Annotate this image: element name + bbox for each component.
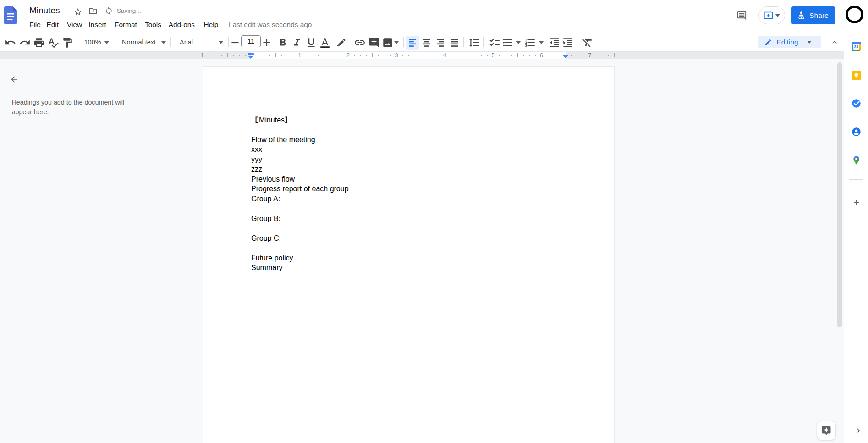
left-indent-marker[interactable] (248, 56, 253, 59)
bold-icon (277, 37, 289, 49)
numbered-list-button[interactable] (523, 36, 537, 50)
comment-history-button[interactable] (735, 9, 748, 22)
share-button[interactable]: Share (791, 6, 835, 24)
document-line[interactable]: Flow of the meeting (251, 135, 349, 145)
explore-button[interactable] (817, 421, 836, 440)
calendar-button[interactable]: 31 (849, 39, 863, 54)
document-title[interactable]: Minutes (29, 4, 60, 17)
zoom-caret[interactable] (104, 41, 109, 44)
font-select[interactable]: Arial (180, 33, 193, 52)
document-line[interactable]: Group A: (251, 194, 349, 204)
align-center-button[interactable] (420, 36, 434, 50)
ruler-tick (517, 53, 518, 57)
underline-button[interactable] (304, 36, 318, 50)
menu-file[interactable]: File (29, 19, 41, 31)
tasks-button[interactable] (849, 96, 863, 111)
insert-link-button[interactable] (353, 36, 367, 50)
menu-edit[interactable]: Edit (46, 19, 59, 31)
document-line[interactable] (251, 243, 349, 253)
bold-button[interactable] (276, 36, 290, 50)
right-indent-marker[interactable] (563, 55, 568, 58)
document-line[interactable]: Group B: (251, 214, 349, 224)
ruler-tick (390, 55, 391, 56)
page[interactable]: MinutesFlow of the meetingxxxyyyzzzPrevi… (203, 66, 615, 443)
undo-button[interactable] (4, 36, 17, 50)
increase-font-size-button[interactable] (260, 36, 274, 50)
text-color-button[interactable] (318, 36, 332, 50)
font-caret[interactable] (219, 41, 223, 44)
bulleted-list-button[interactable] (501, 36, 515, 50)
document-line[interactable]: xxx (251, 144, 349, 155)
document-text[interactable]: MinutesFlow of the meetingxxxyyyzzzPrevi… (251, 115, 349, 273)
spellcheck-button[interactable] (46, 36, 60, 50)
menu-tools[interactable]: Tools (145, 19, 161, 31)
keep-button[interactable] (849, 68, 863, 83)
numbered-list-caret[interactable] (539, 41, 544, 44)
present-button[interactable] (758, 6, 785, 24)
ruler[interactable]: 11234567 (0, 52, 844, 59)
hide-side-panel-button[interactable] (853, 426, 863, 436)
document-line[interactable]: Progress report of each group (251, 184, 349, 194)
ruler-tick (499, 55, 500, 56)
get-addons-button[interactable] (849, 195, 863, 210)
highlight-color-button[interactable] (334, 36, 348, 50)
decrease-font-size-button[interactable] (228, 36, 242, 50)
close-outline-button[interactable] (9, 74, 20, 85)
document-line[interactable]: Previous flow (251, 174, 349, 184)
paragraph-style-caret[interactable] (161, 41, 166, 44)
insert-image-caret[interactable] (394, 41, 399, 44)
svg-text:31: 31 (854, 44, 859, 49)
print-button[interactable] (32, 36, 46, 50)
maps-button[interactable] (849, 153, 863, 167)
first-line-indent-marker[interactable] (248, 53, 254, 55)
vertical-scrollbar[interactable] (837, 62, 842, 327)
increase-indent-button[interactable] (561, 36, 575, 50)
justify-button[interactable] (448, 36, 461, 50)
move-folder-icon[interactable] (87, 5, 99, 17)
align-right-button[interactable] (434, 36, 447, 50)
document-line[interactable]: yyy (251, 155, 349, 165)
ruler-number: 4 (440, 52, 450, 59)
last-edit-link[interactable]: Last edit was seconds ago (229, 19, 312, 31)
add-comment-button[interactable] (367, 36, 381, 50)
decrease-indent-button[interactable] (548, 36, 561, 50)
insert-image-button[interactable] (381, 36, 395, 50)
redo-button[interactable] (18, 36, 32, 50)
lens-bracket-close (285, 116, 288, 123)
align-left-button[interactable] (406, 36, 419, 50)
document-line[interactable]: Future policy (251, 253, 349, 263)
font-size-field[interactable]: 11 (241, 35, 261, 47)
line-spacing-button[interactable] (467, 36, 481, 50)
bulleted-list-caret[interactable] (516, 41, 521, 44)
checklist-button[interactable] (488, 36, 501, 50)
menu-insert[interactable]: Insert (88, 19, 106, 31)
document-line[interactable] (251, 204, 349, 214)
menu-help[interactable]: Help (204, 19, 219, 31)
menu-addons[interactable]: Add-ons (169, 19, 195, 31)
collapse-toolbar-button[interactable] (830, 38, 840, 47)
insert-image-icon (382, 37, 394, 49)
paint-format-button[interactable] (60, 36, 74, 50)
ruler-tick (258, 55, 258, 56)
present-dropdown-caret (775, 14, 780, 17)
document-line[interactable] (251, 125, 349, 135)
tasks-icon (852, 99, 861, 108)
align-left-icon (407, 37, 418, 49)
document-line[interactable] (251, 223, 349, 233)
document-line[interactable]: Summary (251, 263, 349, 273)
document-line[interactable]: Group C: (251, 233, 349, 244)
menu-format[interactable]: Format (115, 19, 137, 31)
document-line[interactable]: zzz (251, 164, 349, 174)
mode-dropdown[interactable]: Editing (758, 36, 821, 48)
zoom-select[interactable]: 100% (84, 33, 101, 52)
spellcheck-icon (47, 37, 59, 49)
italic-button[interactable] (290, 36, 304, 50)
avatar[interactable] (846, 6, 863, 23)
underline-icon (305, 37, 317, 49)
clear-formatting-button[interactable] (581, 36, 594, 50)
star-icon[interactable] (72, 6, 84, 18)
document-line[interactable]: Minutes (251, 115, 349, 125)
paragraph-style-select[interactable]: Normal text (122, 33, 156, 52)
contacts-button[interactable] (849, 124, 863, 139)
menu-view[interactable]: View (67, 19, 82, 31)
